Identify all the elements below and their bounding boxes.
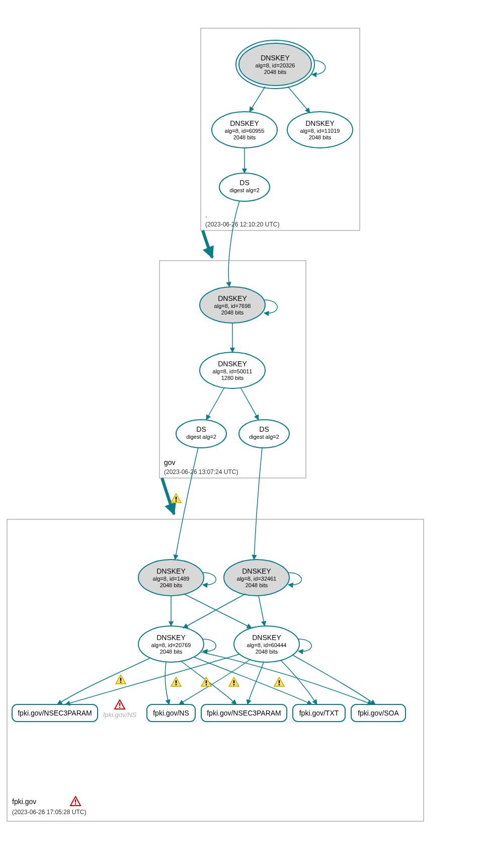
- svg-text:alg=8, id=20769: alg=8, id=20769: [151, 642, 191, 648]
- leaf-ns-dim: fpki.gov/NS: [103, 700, 137, 719]
- svg-text:alg=8, id=32461: alg=8, id=32461: [237, 576, 277, 582]
- leaf-txt: fpki.gov/TXT: [293, 704, 345, 722]
- zone-fpki-ts: (2023-06-26 17:05:28 UTC): [12, 809, 86, 816]
- svg-text:alg=8, id=1489: alg=8, id=1489: [153, 576, 190, 582]
- svg-text:digest alg=2: digest alg=2: [249, 434, 279, 440]
- edge-govzsk-ds2: [240, 387, 259, 420]
- warning-icon: [201, 677, 211, 686]
- edge-zsk1-ns: [165, 662, 169, 704]
- svg-text:fpki.gov/NSEC3PARAM: fpki.gov/NSEC3PARAM: [207, 709, 281, 717]
- zone-gov-ts: (2023-06-26 13:07:24 UTC): [164, 468, 238, 476]
- svg-text:2048 bits: 2048 bits: [233, 134, 256, 140]
- svg-text:2048 bits: 2048 bits: [246, 582, 268, 588]
- svg-text:DS: DS: [239, 179, 249, 187]
- leaf-ns: fpki.gov/NS: [147, 704, 195, 722]
- edge-zsk2-nsec3pa: [65, 654, 239, 704]
- svg-text:DNSKEY: DNSKEY: [261, 54, 290, 62]
- zone-root-label: .: [205, 211, 207, 219]
- svg-text:2048 bits: 2048 bits: [160, 582, 183, 588]
- edge-rootksk-zsk1: [250, 87, 265, 112]
- warning-icon: [229, 677, 239, 686]
- node-gov-ksk: DNSKEY alg=8, id=7698 2048 bits: [200, 287, 265, 323]
- edge-fpkiksk2-self: [288, 573, 301, 585]
- edge-deleg-root-gov: [203, 230, 212, 258]
- svg-text:alg=8, id=11019: alg=8, id=11019: [300, 128, 340, 134]
- svg-text:digest alg=2: digest alg=2: [229, 187, 260, 193]
- svg-text:DNSKEY: DNSKEY: [252, 634, 281, 642]
- svg-text:1280 bits: 1280 bits: [221, 375, 244, 381]
- node-root-ds: DS digest alg=2: [219, 173, 270, 201]
- svg-text:2048 bits: 2048 bits: [309, 134, 332, 140]
- warning-icon: [116, 675, 126, 684]
- edge-zsk2-ns: [179, 659, 251, 704]
- svg-text:alg=8, id=20326: alg=8, id=20326: [256, 62, 295, 68]
- svg-text:alg=8, id=50011: alg=8, id=50011: [213, 368, 253, 374]
- error-icon: [70, 797, 80, 806]
- svg-text:DS: DS: [259, 425, 269, 433]
- warning-icon: [171, 494, 181, 503]
- svg-text:alg=8, id=7698: alg=8, id=7698: [214, 303, 251, 309]
- node-fpki-ksk1: DNSKEY alg=8, id=1489 2048 bits: [138, 560, 204, 596]
- edge-fpkizsk2-self: [298, 639, 311, 651]
- leaf-nsec3p-b: fpki.gov/NSEC3PARAM: [201, 704, 287, 722]
- edge-zsk1-nsec3pa: [57, 658, 150, 704]
- edge-govds1-fpkiksk1: [175, 447, 198, 560]
- edge-zsk1-txt: [194, 657, 312, 704]
- edge-ksk1-zsk2: [184, 594, 252, 628]
- svg-text:2048 bits: 2048 bits: [221, 309, 244, 315]
- svg-text:2048 bits: 2048 bits: [256, 649, 278, 655]
- dnssec-graph: . (2023-06-26 12:10:20 UTC) DNSKEY alg=8…: [0, 0, 487, 868]
- edge-ksk2-zsk1: [183, 594, 246, 628]
- node-root-ksk: DNSKEY alg=8, id=20326 2048 bits: [236, 40, 314, 89]
- node-gov-ds2: DS digest alg=2: [239, 420, 289, 448]
- svg-text:fpki.gov/NSEC3PARAM: fpki.gov/NSEC3PARAM: [18, 709, 92, 717]
- svg-text:DS: DS: [196, 425, 206, 433]
- zone-fpki-label: fpki.gov: [12, 798, 36, 806]
- zone-root-ts: (2023-06-26 12:10:20 UTC): [205, 221, 279, 228]
- node-root-zsk2: DNSKEY alg=8, id=11019 2048 bits: [287, 112, 353, 148]
- svg-text:digest alg=2: digest alg=2: [186, 434, 216, 440]
- svg-text:alg=8, id=60955: alg=8, id=60955: [225, 128, 265, 134]
- zone-fpki-box: [7, 519, 424, 821]
- node-fpki-zsk1: DNSKEY alg=8, id=20769 2048 bits: [138, 626, 204, 662]
- svg-text:DNSKEY: DNSKEY: [156, 567, 186, 575]
- svg-text:2048 bits: 2048 bits: [264, 69, 287, 75]
- svg-text:fpki.gov/NS: fpki.gov/NS: [153, 709, 189, 717]
- svg-text:fpki.gov/TXT: fpki.gov/TXT: [299, 709, 339, 717]
- edge-govzsk-ds1: [206, 387, 224, 420]
- svg-text:alg=8, id=60444: alg=8, id=60444: [247, 642, 287, 648]
- svg-text:DNSKEY: DNSKEY: [156, 634, 186, 642]
- svg-text:DNSKEY: DNSKEY: [230, 119, 259, 127]
- svg-text:DNSKEY: DNSKEY: [305, 119, 335, 127]
- edge-govksk-self: [264, 300, 277, 313]
- edge-zsk2-soa: [293, 655, 375, 704]
- edge-fpkiksk1-self: [203, 573, 216, 585]
- node-gov-ds1: DS digest alg=2: [176, 420, 226, 448]
- edge-fpkizsk1-self: [203, 639, 216, 651]
- zone-gov-label: gov: [164, 458, 176, 466]
- edge-govds2-fpkiksk2: [254, 448, 262, 560]
- svg-text:DNSKEY: DNSKEY: [218, 294, 247, 302]
- node-root-zsk1: DNSKEY alg=8, id=60955 2048 bits: [212, 112, 277, 148]
- svg-text:2048 bits: 2048 bits: [160, 649, 183, 655]
- warning-icon: [171, 677, 181, 686]
- edge-ksk2-zsk2: [259, 596, 265, 626]
- edge-deleg-gov-fpki: [162, 478, 174, 514]
- edge-rootksk-zsk2: [288, 87, 310, 113]
- svg-text:fpki.gov/SOA: fpki.gov/SOA: [358, 709, 399, 717]
- node-gov-zsk: DNSKEY alg=8, id=50011 1280 bits: [200, 352, 265, 388]
- svg-text:DNSKEY: DNSKEY: [242, 567, 271, 575]
- node-fpki-zsk2: DNSKEY alg=8, id=60444 2048 bits: [234, 626, 299, 662]
- leaf-nsec3p-a: fpki.gov/NSEC3PARAM: [12, 704, 98, 722]
- leaf-soa: fpki.gov/SOA: [351, 704, 405, 722]
- node-fpki-ksk2: DNSKEY alg=8, id=32461 2048 bits: [224, 560, 289, 596]
- edge-rootds-govksk: [228, 201, 239, 287]
- svg-text:DNSKEY: DNSKEY: [218, 360, 247, 368]
- warning-icon: [274, 677, 284, 686]
- svg-text:fpki.gov/NS: fpki.gov/NS: [103, 711, 137, 719]
